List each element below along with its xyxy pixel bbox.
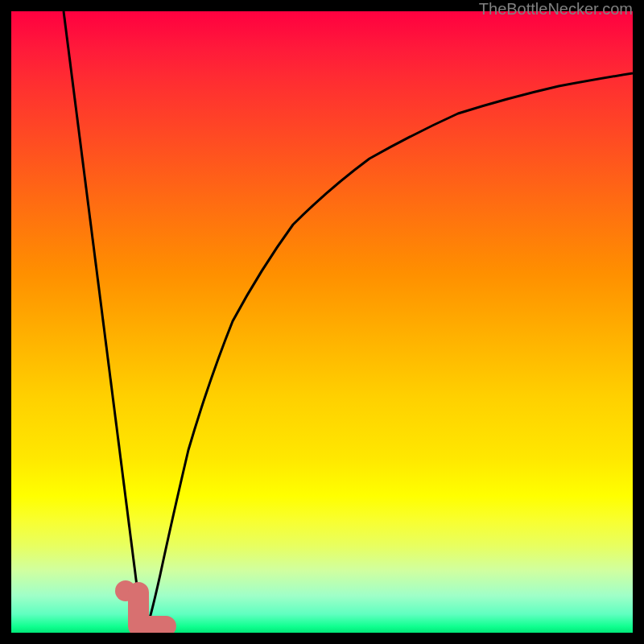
- plot-area: [11, 11, 633, 633]
- chart-svg: [11, 11, 633, 633]
- left-curve: [64, 11, 140, 611]
- watermark: TheBottleNecker.com: [479, 0, 633, 19]
- chart-container: TheBottleNecker.com: [0, 0, 644, 644]
- right-curve: [147, 73, 633, 630]
